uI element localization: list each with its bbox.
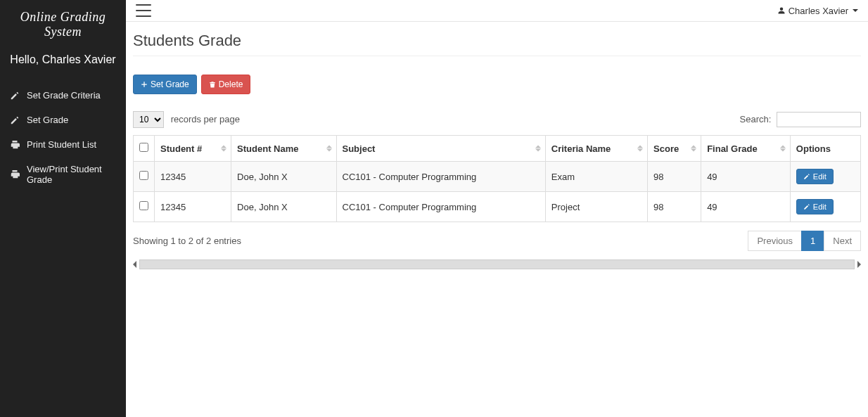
edit-icon [10,91,20,101]
app-brand: Online Grading System [0,0,126,46]
horizontal-scrollbar[interactable] [133,259,861,269]
sort-icon [780,146,786,152]
cell-final-grade: 49 [701,192,791,222]
sidebar-item-label: Set Grade Criteria [27,90,101,101]
page-number[interactable]: 1 [801,231,824,251]
cell-subject: CC101 - Computer Programming [336,162,545,192]
column-options: Options [790,136,860,162]
edit-icon [10,115,20,125]
edit-button[interactable]: Edit [796,169,834,184]
table-search: Search: [740,112,861,127]
sidebar-nav: Set Grade Criteria Set Grade Print Stude… [0,83,126,192]
column-student-name[interactable]: Student Name [231,136,336,162]
action-buttons: Set Grade Delete [133,75,861,94]
sort-icon [535,146,541,152]
sidebar-item-label: Set Grade [27,115,68,125]
plus-icon [141,81,148,88]
cell-student-no: 12345 [155,162,231,192]
select-all-checkbox[interactable] [139,143,148,152]
records-per-page: 10 records per page [133,111,240,128]
sort-icon [326,146,332,152]
column-criteria[interactable]: Criteria Name [545,136,647,162]
topbar: Charles Xavier [126,0,868,22]
page-previous[interactable]: Previous [748,231,802,251]
caret-down-icon [853,9,858,12]
delete-button-label: Delete [219,79,243,89]
menu-toggle-icon[interactable] [136,4,151,17]
column-select-all [134,136,155,162]
print-icon [10,169,20,179]
search-label: Search: [740,114,772,124]
table-row: 12345 Doe, John X CC101 - Computer Progr… [134,192,861,222]
cell-score: 98 [648,192,701,222]
trash-icon [209,81,216,88]
delete-button[interactable]: Delete [201,75,251,94]
table-row: 12345 Doe, John X CC101 - Computer Progr… [134,162,861,192]
cell-student-no: 12345 [155,192,231,222]
sidebar-item-label: View/Print Student Grade [27,164,116,185]
row-checkbox[interactable] [139,171,148,180]
cell-student-name: Doe, John X [231,162,336,192]
sort-icon [221,146,226,152]
table-header-row: Student # Student Name Subject Criteria … [134,136,861,162]
page-title: Students Grade [133,32,861,56]
records-per-page-label: records per page [171,114,240,124]
cell-criteria: Exam [545,162,647,192]
column-subject[interactable]: Subject [336,136,545,162]
grades-table: Student # Student Name Subject Criteria … [133,135,861,222]
cell-score: 98 [648,162,701,192]
set-grade-button-label: Set Grade [151,79,189,89]
scrollbar-track[interactable] [139,259,855,269]
print-icon [10,140,20,150]
table-controls: 10 records per page Search: [133,111,861,128]
cell-final-grade: 49 [701,162,791,192]
set-grade-button[interactable]: Set Grade [133,75,197,94]
greeting-text: Hello, Charles Xavier [0,46,126,83]
scroll-right-icon [857,261,861,268]
sort-icon [637,146,643,152]
cell-criteria: Project [545,192,647,222]
sidebar-item-set-grade-criteria[interactable]: Set Grade Criteria [0,83,126,108]
scroll-left-icon [133,261,136,268]
pagination: Previous 1 Next [748,231,861,251]
cell-student-name: Doe, John X [231,192,336,222]
column-score[interactable]: Score [648,136,701,162]
showing-entries: Showing 1 to 2 of 2 entries [133,236,241,246]
sidebar-item-view-print-student-grade[interactable]: View/Print Student Grade [0,157,126,192]
table-footer: Showing 1 to 2 of 2 entries Previous 1 N… [133,231,861,251]
column-student-no[interactable]: Student # [155,136,231,162]
edit-icon [803,173,810,180]
sidebar: Online Grading System Hello, Charles Xav… [0,0,126,417]
user-icon [777,6,786,15]
sidebar-item-label: Print Student List [27,139,96,150]
edit-button[interactable]: Edit [796,199,834,214]
search-input[interactable] [777,112,861,127]
cell-subject: CC101 - Computer Programming [336,192,545,222]
sort-icon [691,146,696,152]
main-content: Charles Xavier Students Grade Set Grade … [126,0,868,417]
row-checkbox[interactable] [139,201,148,210]
sidebar-item-set-grade[interactable]: Set Grade [0,108,126,132]
user-menu[interactable]: Charles Xavier [777,6,861,16]
column-final-grade[interactable]: Final Grade [701,136,791,162]
user-name: Charles Xavier [789,6,848,16]
page-next[interactable]: Next [824,231,861,251]
sidebar-item-print-student-list[interactable]: Print Student List [0,132,126,157]
records-per-page-select[interactable]: 10 [133,111,164,128]
edit-icon [803,203,810,210]
